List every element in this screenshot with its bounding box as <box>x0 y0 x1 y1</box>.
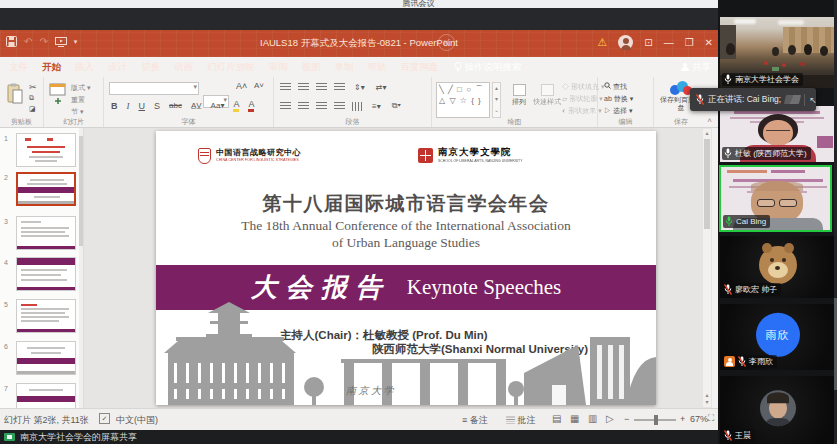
reset-button[interactable]: 重置 <box>71 94 85 105</box>
align-text-icon[interactable]: ≡▾ <box>372 102 381 111</box>
select-button[interactable]: ▷ 选择 ▾ <box>604 105 632 116</box>
tab-view[interactable]: 视图 <box>295 57 328 77</box>
grow-font-icon[interactable]: A˄ <box>236 81 247 91</box>
thumbnail-1[interactable]: 1 <box>0 133 84 171</box>
zoom-slider-handle[interactable] <box>654 415 658 425</box>
canvas-scrollbar[interactable]: ▴ ▴▾ <box>703 129 711 407</box>
tab-review[interactable]: 审阅 <box>262 57 295 77</box>
decrease-indent-icon[interactable] <box>316 83 327 92</box>
layout-button[interactable]: 版式 ▾ <box>71 82 90 93</box>
char-spacing-button[interactable]: A̲V̲ <box>191 101 202 110</box>
scrollbar-thumb[interactable] <box>704 139 710 229</box>
bullets-icon[interactable] <box>280 83 291 92</box>
tab-baidu-netdisk[interactable]: 百度网盘 <box>394 57 446 77</box>
columns-icon[interactable] <box>352 102 363 111</box>
tab-record[interactable]: 录制 <box>328 57 361 77</box>
find-button[interactable]: 查找 <box>604 81 627 92</box>
cut-icon[interactable]: ✂ <box>29 82 37 92</box>
video-tile-room[interactable]: 南京大学社会学会 <box>720 17 835 88</box>
align-left-icon[interactable] <box>280 102 291 111</box>
qat-customize-icon[interactable]: ▾ <box>74 38 78 46</box>
collapse-ribbon-icon[interactable]: ˄ <box>707 116 712 125</box>
ribbon-display-options-icon[interactable]: ⊡ <box>644 37 652 48</box>
video-tile-avatar-bear[interactable]: 廖欧宏 帅子 <box>720 236 835 298</box>
strikethrough-button[interactable]: abc <box>169 101 182 110</box>
new-slide-icon[interactable] <box>49 83 67 105</box>
zoom-percentage[interactable]: 67% <box>690 414 708 424</box>
tellme-box[interactable]: 操作说明搜索 <box>446 57 530 77</box>
slide-sorter-icon[interactable]: ▦ <box>570 413 579 424</box>
italic-button[interactable]: I <box>127 101 130 111</box>
spellcheck-icon[interactable]: ✓ <box>99 413 110 424</box>
zoom-out-button[interactable]: − <box>624 414 629 424</box>
highlight-color-button[interactable]: A <box>233 99 239 112</box>
font-name-combo[interactable] <box>109 82 199 95</box>
increase-indent-icon[interactable] <box>334 83 345 92</box>
thumbnail-5[interactable]: 5 <box>0 299 84 337</box>
tab-home[interactable]: 开始 <box>35 57 68 77</box>
fit-to-window-icon[interactable]: ⛶ <box>708 413 714 424</box>
zoom-in-button[interactable]: + <box>680 414 685 424</box>
tab-animations[interactable]: 动画 <box>167 57 200 77</box>
align-center-icon[interactable] <box>298 102 309 111</box>
undo-icon[interactable]: ↶ <box>24 36 32 47</box>
reading-view-icon[interactable]: ▥ <box>588 413 597 424</box>
justify-icon[interactable] <box>334 102 345 111</box>
language-indicator[interactable]: 中文(中国) <box>116 414 158 427</box>
tab-file[interactable]: 文件 <box>2 57 35 77</box>
speaking-indicator-toast[interactable]: 正在讲话: Cai Bing; ↖ <box>690 88 816 111</box>
slideshow-view-icon[interactable]: ▷ <box>606 413 614 424</box>
video-tile-avatar-wangchen[interactable]: 王晨 <box>720 376 835 444</box>
save-icon[interactable] <box>6 36 17 47</box>
thumbnail-6[interactable]: 6 <box>0 341 84 379</box>
numbering-icon[interactable] <box>298 83 309 92</box>
video-tile-avatar-yuxin[interactable]: 雨欣 李雨欣 <box>720 304 835 370</box>
tab-slideshow[interactable]: 幻灯片放映 <box>200 57 262 77</box>
shrink-font-icon[interactable]: A˅ <box>254 81 264 90</box>
notes-button[interactable]: ≡ 备注 <box>462 414 488 427</box>
normal-view-icon[interactable]: ▤ <box>552 413 561 424</box>
video-tile-caibing-speaking[interactable]: Cai Bing <box>719 165 832 232</box>
line-spacing-icon[interactable]: ⇕▾ <box>354 83 365 92</box>
replace-button[interactable]: ab 替换 ▾ <box>604 93 633 104</box>
shapes-gallery[interactable]: ╲ ╱ □ ○ ⌒△ ▽ ☆ { } <box>436 82 490 118</box>
shadow-button[interactable]: S <box>154 101 160 111</box>
slide-nav-buttons[interactable]: ▴▾ <box>703 392 711 406</box>
tab-transitions[interactable]: 切换 <box>134 57 167 77</box>
font-color-button[interactable]: A <box>248 99 254 112</box>
comments-button[interactable]: ▤ 批注 <box>506 414 536 427</box>
quick-styles-button[interactable]: 快速样式 <box>532 83 562 106</box>
underline-button[interactable]: U <box>139 101 146 111</box>
tab-insert[interactable]: 插入 <box>68 57 101 77</box>
pin-arrow-icon[interactable]: ↖ <box>809 95 817 105</box>
thumbnail-scrollbar[interactable] <box>79 128 83 408</box>
warning-icon[interactable]: ⚠ <box>597 36 607 49</box>
change-case-button[interactable]: Aa▾ <box>211 101 225 110</box>
thumbnail-7[interactable]: 7 <box>0 383 84 408</box>
thumbnail-2-selected[interactable]: 2 <box>0 172 84 210</box>
section-button[interactable]: 节 ▾ <box>71 106 83 117</box>
tab-design[interactable]: 设计 <box>101 57 134 77</box>
shape-effects-button[interactable]: ◐ 形状效果 ▾ <box>562 105 602 116</box>
thumbnail-4[interactable]: 4 <box>0 257 84 295</box>
start-slideshow-icon[interactable] <box>55 37 67 47</box>
video-tile-dumin[interactable]: 杜敏 (陕西师范大学) <box>720 106 835 162</box>
text-direction-icon[interactable]: ⇄▾ <box>376 83 387 92</box>
current-slide[interactable]: 中国语言战略研究中心 CHINA CENTER FOR LINGUISTIC S… <box>156 131 656 405</box>
tab-help[interactable]: 帮助 <box>361 57 394 77</box>
ppt-close-icon[interactable]: ✕ <box>705 37 713 48</box>
bold-button[interactable]: B <box>111 101 118 111</box>
account-avatar[interactable] <box>618 35 633 50</box>
paste-icon[interactable] <box>7 83 23 105</box>
ppt-restore-icon[interactable]: ❐ <box>685 37 694 48</box>
smartart-icon[interactable]: ⧉▾ <box>392 101 401 111</box>
shape-outline-button[interactable]: ▱ 形状轮廓 ▾ <box>562 93 603 104</box>
format-painter-icon[interactable]: ◪ <box>29 105 36 113</box>
ppt-minimize-icon[interactable]: — <box>664 37 674 48</box>
share-button[interactable]: 共享 <box>681 57 711 77</box>
copy-icon[interactable]: ⧉ <box>29 94 34 102</box>
thumbnail-3[interactable]: 3 <box>0 216 84 254</box>
redo-icon[interactable]: ↷ <box>39 36 47 47</box>
shapes-gallery-scroll[interactable]: ▴▾⌄ <box>492 82 501 118</box>
arrange-button[interactable]: 排列 <box>504 83 534 106</box>
